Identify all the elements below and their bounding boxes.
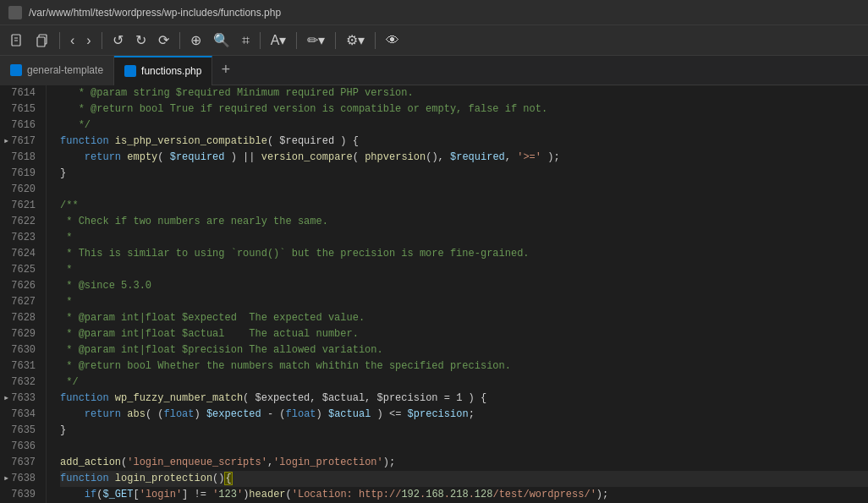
code-line-7630: * @param int|float $precision The allowe… bbox=[60, 342, 868, 358]
code-line-7632: */ bbox=[60, 375, 868, 391]
line-number-7625: 7625 bbox=[3, 262, 36, 278]
tab-general-template[interactable]: general-template bbox=[0, 56, 114, 85]
tab-functions-php[interactable]: functions.php bbox=[114, 56, 212, 85]
line-number-7622: 7622 bbox=[3, 214, 36, 230]
undo-button[interactable]: ↺ bbox=[109, 30, 127, 50]
toolbar-divider-4 bbox=[260, 32, 261, 49]
tab-general-template-icon bbox=[10, 64, 22, 76]
edit-button[interactable]: ✏▾ bbox=[304, 30, 328, 50]
toolbar-divider-6 bbox=[335, 32, 336, 49]
title-bar: /var/www/html/test/wordpress/wp-includes… bbox=[0, 0, 868, 25]
line-number-7626: 7626 bbox=[3, 278, 36, 294]
toolbar-divider-3 bbox=[179, 32, 180, 49]
back-button[interactable]: ‹ bbox=[67, 31, 78, 50]
code-line-7631: * @return bool Whether the numbers match… bbox=[60, 358, 868, 375]
line-number-7614: 7614 bbox=[3, 85, 36, 101]
code-line-7619: } bbox=[60, 166, 868, 182]
line-number-7616: 7616 bbox=[3, 118, 36, 134]
line-number-7615: 7615 bbox=[3, 101, 36, 118]
code-line-7616: */ bbox=[60, 118, 868, 134]
toolbar-divider-2 bbox=[102, 32, 102, 49]
code-line-7635: } bbox=[60, 423, 868, 439]
code-line-7623: * bbox=[60, 230, 868, 246]
code-line-7618: return empty( $required ) || version_com… bbox=[60, 150, 868, 166]
toolbar-divider-7 bbox=[375, 32, 376, 49]
line-number-7630: 7630 bbox=[3, 342, 36, 358]
code-line-7614: * @param string $required Minimum requir… bbox=[60, 85, 868, 101]
refresh-button[interactable]: ⟳ bbox=[155, 30, 173, 50]
toolbar-divider-1 bbox=[59, 32, 60, 49]
code-line-7627: * bbox=[60, 294, 868, 310]
code-container: 7614761576167617761876197620762176227623… bbox=[0, 85, 868, 503]
settings-button[interactable]: ⚙▾ bbox=[343, 30, 368, 50]
svg-rect-4 bbox=[37, 37, 45, 46]
code-line-7628: * @param int|float $expected The expecte… bbox=[60, 310, 868, 326]
line-number-7631: 7631 bbox=[3, 358, 36, 375]
forward-button[interactable]: › bbox=[83, 31, 94, 50]
line-number-7621: 7621 bbox=[3, 198, 36, 214]
line-number-7624: 7624 bbox=[3, 246, 36, 262]
code-line-7629: * @param int|float $actual The actual nu… bbox=[60, 326, 868, 342]
code-line-7636 bbox=[60, 439, 868, 455]
line-number-7632: 7632 bbox=[3, 375, 36, 391]
tab-bar: general-template functions.php + bbox=[0, 56, 868, 85]
code-line-7637: add_action('login_enqueue_scripts','logi… bbox=[60, 455, 868, 471]
toolbar: ‹ › ↺ ↻ ⟳ ⊕ 🔍 ⌗ A▾ ✏▾ ⚙▾ 👁 bbox=[0, 25, 868, 56]
code-line-7625: * bbox=[60, 262, 868, 278]
new-file-icon bbox=[10, 34, 24, 47]
line-numbers: 7614761576167617761876197620762176227623… bbox=[0, 85, 47, 503]
code-line-7622: * Check if two numbers are nearly the sa… bbox=[60, 214, 868, 230]
code-line-7621: /** bbox=[60, 198, 868, 214]
code-line-7626: * @since 5.3.0 bbox=[60, 278, 868, 294]
tag-button[interactable]: ⌗ bbox=[239, 31, 253, 50]
line-number-7633: 7633 bbox=[3, 391, 36, 407]
code-line-7639: if($_GET['login'] != '123')header('Locat… bbox=[60, 487, 868, 503]
line-number-7623: 7623 bbox=[3, 230, 36, 246]
new-file-button[interactable] bbox=[7, 32, 27, 49]
line-number-7628: 7628 bbox=[3, 310, 36, 326]
search-button[interactable]: 🔍 bbox=[210, 30, 233, 50]
redo-button[interactable]: ↻ bbox=[132, 30, 150, 50]
tab-add-button[interactable]: + bbox=[212, 56, 239, 85]
line-number-7620: 7620 bbox=[3, 182, 36, 198]
format-button[interactable]: A▾ bbox=[267, 30, 290, 50]
code-line-7624: * This is similar to using `round()` but… bbox=[60, 246, 868, 262]
code-line-7617: function is_php_version_compatible( $req… bbox=[60, 134, 868, 150]
code-lines: * @param string $required Minimum requir… bbox=[47, 85, 868, 503]
code-line-7638: function login_protection(){ bbox=[60, 471, 868, 487]
preview-button[interactable]: 👁 bbox=[382, 31, 403, 50]
line-number-7634: 7634 bbox=[3, 407, 36, 423]
line-number-7629: 7629 bbox=[3, 326, 36, 342]
line-number-7638: 7638 bbox=[3, 471, 36, 487]
app-icon bbox=[8, 6, 22, 19]
line-number-7627: 7627 bbox=[3, 294, 36, 310]
tab-functions-php-icon bbox=[124, 65, 136, 77]
line-number-7637: 7637 bbox=[3, 455, 36, 471]
copy-icon bbox=[36, 34, 49, 47]
line-number-7639: 7639 bbox=[3, 487, 36, 503]
code-line-7615: * @return bool True if required version … bbox=[60, 101, 868, 118]
code-line-7634: return abs( (float) $expected - (float) … bbox=[60, 407, 868, 423]
copy-button[interactable] bbox=[32, 32, 52, 49]
line-number-7619: 7619 bbox=[3, 166, 36, 182]
line-number-7635: 7635 bbox=[3, 423, 36, 439]
code-line-7620 bbox=[60, 182, 868, 198]
tab-general-template-label: general-template bbox=[27, 64, 103, 76]
line-number-7618: 7618 bbox=[3, 150, 36, 166]
bookmark-button[interactable]: ⊕ bbox=[187, 30, 205, 50]
toolbar-divider-5 bbox=[296, 32, 297, 49]
line-number-7636: 7636 bbox=[3, 439, 36, 455]
title-bar-path: /var/www/html/test/wordpress/wp-includes… bbox=[29, 7, 281, 19]
tab-functions-php-label: functions.php bbox=[141, 65, 201, 77]
line-number-7617: 7617 bbox=[3, 134, 36, 150]
code-line-7633: function wp_fuzzy_number_match( $expecte… bbox=[60, 391, 868, 407]
